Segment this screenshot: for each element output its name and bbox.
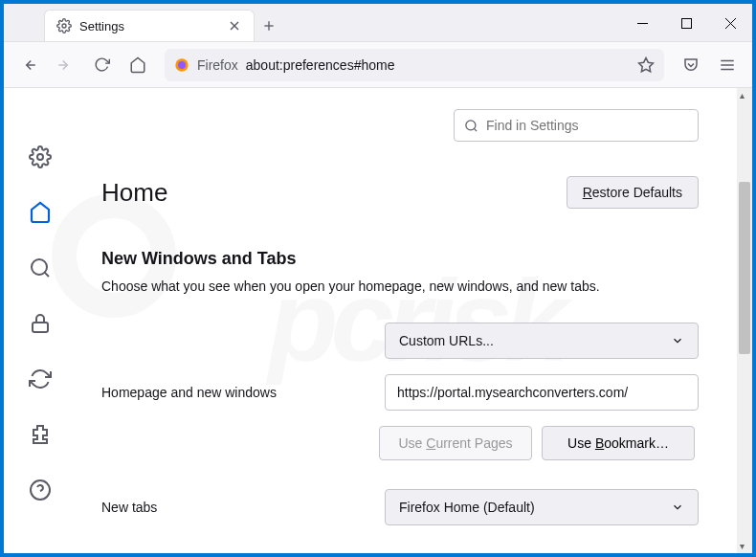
hamburger-icon [719,56,736,74]
back-icon [20,56,37,74]
url-text: about:preferences#home [246,57,630,73]
main-panel: pcrisk Home Restore Defaults New Windows… [77,88,752,553]
sidebar-item-home[interactable] [29,201,52,224]
sidebar-item-extensions[interactable] [29,423,52,446]
url-bar[interactable]: Firefox about:preferences#home [165,49,664,81]
section-description: Choose what you see when you open your h… [101,278,699,294]
svg-point-18 [32,259,47,275]
svg-line-19 [45,273,49,277]
scroll-up-icon[interactable]: ▴ [740,90,745,100]
titlebar: Settings [4,4,752,42]
sidebar-item-general[interactable] [29,145,52,168]
toolbar: Firefox about:preferences#home [4,42,752,88]
svg-marker-13 [639,57,654,71]
homepage-label: Homepage and new windows [101,385,369,400]
close-icon [725,18,736,29]
pocket-icon [682,56,700,74]
minimize-icon [637,18,648,29]
home-icon [129,56,146,74]
chevron-down-icon [671,334,684,347]
bookmark-star-icon[interactable] [637,56,655,74]
use-current-pages-button[interactable]: Use Current Pages [379,426,532,460]
scroll-down-icon[interactable]: ▾ [740,541,745,551]
search-icon [464,119,478,133]
close-icon[interactable] [227,18,242,33]
sidebar-item-privacy[interactable] [29,312,52,335]
svg-rect-6 [681,18,691,28]
maximize-icon [681,18,692,29]
newtabs-value: Firefox Home (Default) [399,500,535,515]
window-controls [620,4,752,41]
new-tab-button[interactable] [255,10,283,41]
forward-icon [56,56,74,74]
settings-search-input[interactable] [486,118,688,133]
homepage-mode-value: Custom URLs... [399,333,494,348]
scroll-thumb[interactable] [739,182,750,354]
reload-button[interactable] [86,50,117,80]
tab-title: Settings [79,19,227,33]
content: pcrisk Home Restore Defaults New Windows… [4,88,752,553]
url-prefix: Firefox [197,57,238,73]
homepage-url-input[interactable] [385,374,699,411]
home-button[interactable] [122,50,153,80]
svg-point-12 [178,61,186,69]
forward-button[interactable] [50,50,80,80]
homepage-mode-select[interactable]: Custom URLs... [385,323,699,359]
maximize-button[interactable] [664,4,708,42]
newtabs-select[interactable]: Firefox Home (Default) [385,489,699,525]
sidebar [4,88,77,553]
plus-icon [261,18,277,33]
section-title: New Windows and Tabs [101,249,699,269]
close-window-button[interactable] [708,4,752,42]
svg-rect-20 [33,323,48,332]
newtabs-label: New tabs [101,500,369,515]
pocket-button[interactable] [676,50,706,80]
window: Settings Firefox about:preferences#home [4,4,752,553]
svg-line-24 [474,128,477,131]
sidebar-item-sync[interactable] [29,368,52,390]
use-bookmark-button[interactable]: Use Bookmark… [542,426,695,460]
svg-point-17 [37,154,43,160]
restore-defaults-button[interactable]: Restore Defaults [567,176,699,209]
chevron-down-icon [671,501,684,514]
scrollbar[interactable]: ▴ ▾ [737,88,752,553]
svg-point-0 [62,24,66,28]
svg-point-23 [466,120,476,129]
sidebar-item-search[interactable] [29,256,52,279]
gear-icon [56,18,72,33]
firefox-icon [174,57,189,73]
menu-button[interactable] [712,50,743,80]
page-title: Home [101,178,167,208]
settings-search[interactable] [454,109,699,142]
sidebar-item-help[interactable] [29,479,52,501]
back-button[interactable] [13,50,44,80]
browser-tab[interactable]: Settings [44,10,255,41]
reload-icon [94,56,110,73]
minimize-button[interactable] [620,4,664,42]
